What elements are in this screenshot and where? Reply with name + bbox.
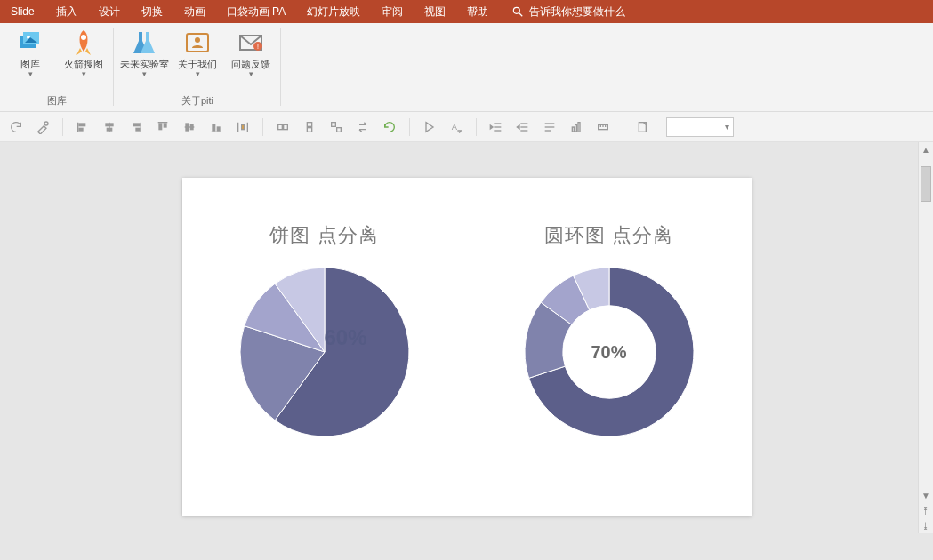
- size-combo[interactable]: ▾: [666, 117, 734, 137]
- new-slide-icon[interactable]: [634, 118, 652, 136]
- tell-me-search[interactable]: 告诉我你想要做什么: [511, 4, 625, 20]
- pie-chart[interactable]: 60%: [236, 263, 414, 441]
- pie-center-label: 60%: [325, 325, 367, 350]
- pie-chart-title: 饼图 点分离: [269, 222, 378, 249]
- svg-rect-7: [139, 32, 142, 41]
- pie-chart-pane: 饼图 点分离 60%: [182, 178, 467, 516]
- increase-indent-icon[interactable]: [487, 118, 505, 136]
- align-bottom-icon[interactable]: [207, 118, 225, 136]
- svg-rect-16: [79, 124, 85, 126]
- svg-text:!: !: [257, 44, 259, 50]
- donut-chart-pane: 圆环图 点分离 70%: [467, 178, 752, 516]
- tab-design[interactable]: 设计: [88, 0, 131, 23]
- next-slide-icon[interactable]: ⭳: [919, 518, 933, 533]
- svg-rect-35: [242, 124, 245, 129]
- svg-rect-22: [133, 124, 140, 126]
- svg-rect-32: [217, 127, 220, 131]
- svg-marker-42: [426, 122, 433, 132]
- align-left-icon[interactable]: [74, 118, 92, 136]
- ribbon-tabs: Slide 插入 设计 切换 动画 口袋动画 PA 幻灯片放映 审阅 视图 帮助…: [0, 0, 933, 23]
- tab-pa[interactable]: 口袋动画 PA: [216, 0, 296, 23]
- mail-icon: !: [237, 28, 265, 57]
- rocket-search-button[interactable]: 火箭搜图 ▾: [60, 28, 107, 77]
- quick-access-toolbar: A ▾: [0, 112, 933, 142]
- ribbon-group-label: 关于piti: [181, 91, 213, 108]
- align-center-h-icon[interactable]: [101, 118, 118, 136]
- svg-rect-57: [578, 122, 580, 132]
- image-stack-icon: [16, 28, 44, 57]
- tab-slideshow[interactable]: 幻灯片放映: [296, 0, 371, 23]
- svg-rect-37: [284, 124, 288, 129]
- swap-icon[interactable]: [354, 118, 372, 136]
- svg-rect-20: [107, 128, 111, 131]
- svg-rect-41: [337, 127, 342, 132]
- ribbon-body: 图库 ▾ 火箭搜图 ▾ 图库 未来实验室 ▾: [0, 23, 933, 112]
- refresh-icon[interactable]: [7, 118, 25, 136]
- donut-chart-title: 圆环图 点分离: [544, 222, 673, 249]
- svg-rect-25: [159, 124, 162, 130]
- equal-size-icon[interactable]: [327, 118, 345, 136]
- distribute-h-icon[interactable]: [234, 118, 252, 136]
- chart-icon[interactable]: [567, 118, 585, 136]
- equal-height-icon[interactable]: [301, 118, 318, 136]
- scroll-track[interactable]: [921, 157, 931, 488]
- rotate-icon[interactable]: [381, 118, 398, 136]
- search-icon: [511, 5, 524, 18]
- ribbon-group-gallery: 图库 ▾ 火箭搜图 ▾ 图库: [0, 23, 114, 111]
- chevron-down-icon: ▾: [82, 70, 86, 77]
- align-right-icon[interactable]: [127, 118, 145, 136]
- svg-point-0: [513, 7, 519, 13]
- tab-transitions[interactable]: 切换: [131, 0, 173, 23]
- equal-width-icon[interactable]: [274, 118, 292, 136]
- align-middle-icon[interactable]: [181, 118, 198, 136]
- align-top-icon[interactable]: [154, 118, 172, 136]
- svg-rect-38: [307, 122, 311, 126]
- donut-chart[interactable]: 70%: [520, 263, 698, 441]
- chevron-down-icon: ▾: [28, 70, 33, 77]
- svg-rect-36: [278, 124, 283, 129]
- prev-slide-icon[interactable]: ⭱: [919, 503, 933, 518]
- flask-icon: [130, 28, 158, 57]
- svg-marker-47: [490, 125, 493, 129]
- svg-rect-56: [575, 124, 577, 132]
- tab-slide[interactable]: Slide: [0, 0, 45, 23]
- about-us-button[interactable]: 关于我们 ▾: [174, 28, 221, 77]
- scroll-up-icon[interactable]: ▲: [919, 142, 933, 157]
- svg-rect-40: [332, 122, 336, 126]
- scroll-down-icon[interactable]: ▼: [919, 488, 933, 503]
- gallery-button[interactable]: 图库 ▾: [7, 28, 53, 77]
- svg-point-14: [44, 122, 48, 125]
- svg-rect-8: [146, 32, 149, 41]
- chevron-down-icon: ▾: [196, 70, 200, 77]
- svg-rect-55: [572, 127, 574, 132]
- svg-line-1: [519, 13, 523, 17]
- donut-center-label: 70%: [591, 342, 626, 363]
- tab-help[interactable]: 帮助: [456, 0, 499, 23]
- tab-animations[interactable]: 动画: [173, 0, 216, 23]
- animation-pane-icon[interactable]: [421, 118, 438, 136]
- svg-rect-17: [79, 128, 83, 131]
- vertical-scrollbar[interactable]: ▲ ▼ ⭱ ⭳: [918, 142, 933, 533]
- feedback-button[interactable]: ! 问题反馈 ▾: [228, 28, 274, 77]
- paragraph-icon[interactable]: [541, 118, 559, 136]
- tab-insert[interactable]: 插入: [45, 0, 88, 23]
- svg-rect-31: [213, 124, 215, 131]
- tab-view[interactable]: 视图: [414, 0, 456, 23]
- decrease-indent-icon[interactable]: [514, 118, 532, 136]
- tab-review[interactable]: 审阅: [371, 0, 414, 23]
- rocket-icon: [69, 28, 98, 57]
- slide-workspace: 饼图 点分离 60% 圆环图 点分离 70%: [0, 142, 933, 560]
- svg-rect-29: [190, 124, 193, 129]
- eyedropper-icon[interactable]: [34, 118, 52, 136]
- scroll-thumb[interactable]: [921, 166, 931, 202]
- slide-canvas[interactable]: 饼图 点分离 60% 圆环图 点分离 70%: [182, 178, 752, 516]
- chevron-down-icon: ▾: [142, 70, 147, 77]
- future-lab-button[interactable]: 未来实验室 ▾: [121, 28, 167, 77]
- svg-rect-26: [164, 124, 166, 127]
- id-card-icon: [183, 28, 212, 57]
- ribbon-group-about: 未来实验室 ▾ 关于我们 ▾ ! 问题反馈 ▾ 关于piti: [114, 23, 281, 111]
- text-direction-icon[interactable]: A: [447, 118, 465, 136]
- ruler-icon[interactable]: [594, 118, 612, 136]
- chevron-down-icon: ▾: [249, 70, 253, 77]
- svg-text:A: A: [452, 122, 458, 131]
